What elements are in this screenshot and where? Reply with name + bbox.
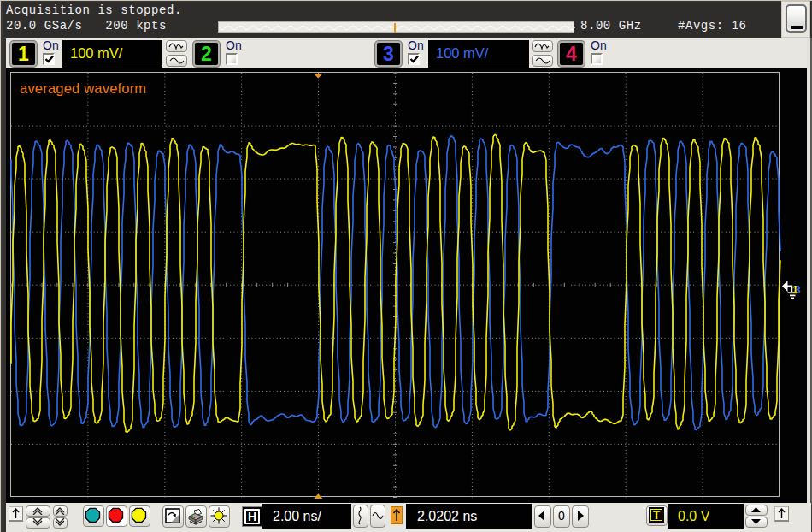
- svg-text:1: 1: [792, 284, 798, 296]
